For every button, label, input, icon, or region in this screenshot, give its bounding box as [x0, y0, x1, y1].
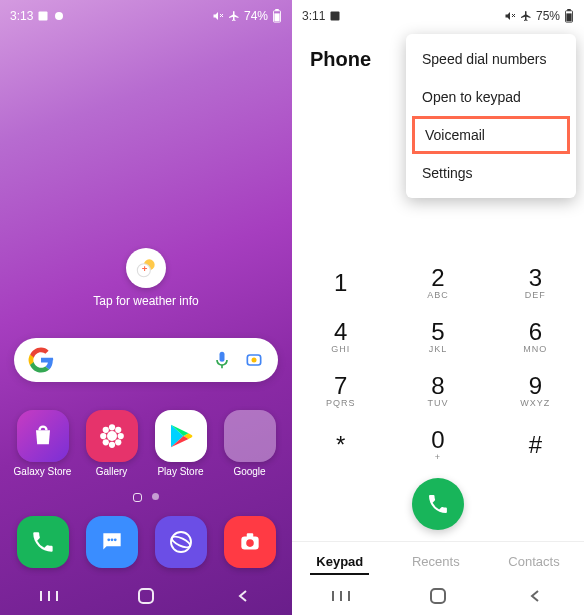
app-messages[interactable]	[78, 516, 146, 568]
svg-rect-32	[139, 589, 153, 603]
app-gallery[interactable]: Gallery	[78, 410, 146, 477]
android-nav-bar	[292, 577, 584, 615]
nav-home-button[interactable]	[126, 587, 166, 605]
key-6[interactable]: 6MNO	[487, 309, 584, 363]
bottom-tabs: Keypad Recents Contacts	[292, 541, 584, 575]
svg-rect-28	[246, 533, 253, 537]
svg-rect-42	[431, 589, 445, 603]
dialer-keypad: 1 2ABC 3DEF 4GHI 5JKL 6MNO 7PQRS 8TUV 9W…	[292, 255, 584, 471]
key-2[interactable]: 2ABC	[389, 255, 486, 309]
svg-rect-0	[39, 12, 48, 21]
overflow-menu: Speed dial numbers Open to keypad Voicem…	[406, 34, 576, 198]
app-play-store[interactable]: Play Store	[147, 410, 215, 477]
mute-icon	[212, 10, 224, 22]
key-0[interactable]: 0+	[389, 417, 486, 471]
svg-rect-6	[275, 9, 279, 11]
key-8[interactable]: 8TUV	[389, 363, 486, 417]
android-nav-bar	[0, 577, 292, 615]
page-indicator	[0, 493, 292, 502]
nav-home-button[interactable]	[418, 587, 458, 605]
app-internet[interactable]	[147, 516, 215, 568]
app-camera[interactable]	[216, 516, 284, 568]
weather-widget[interactable]: + Tap for weather info	[0, 248, 292, 308]
nav-back-button[interactable]	[223, 589, 263, 603]
nav-recents-button[interactable]	[29, 589, 69, 603]
home-screen: 3:13 74% + Tap for weather info	[0, 0, 292, 615]
folder-icon	[224, 410, 276, 462]
svg-rect-38	[567, 9, 571, 11]
svg-point-14	[108, 442, 114, 448]
gear-icon	[53, 10, 65, 22]
battery-percent: 74%	[244, 9, 268, 23]
key-star[interactable]: *	[292, 417, 389, 471]
menu-speed-dial[interactable]: Speed dial numbers	[406, 40, 576, 78]
app-phone[interactable]	[9, 516, 77, 568]
tab-keypad[interactable]: Keypad	[310, 550, 369, 575]
app-google-folder[interactable]: Google	[216, 410, 284, 477]
page-title: Phone	[310, 48, 371, 71]
svg-rect-5	[274, 13, 279, 21]
svg-point-16	[117, 433, 123, 439]
svg-point-19	[102, 439, 108, 445]
key-9[interactable]: 9WXYZ	[487, 363, 584, 417]
menu-voicemail[interactable]: Voicemail	[412, 116, 570, 154]
airplane-icon	[228, 10, 240, 22]
nav-recents-button[interactable]	[321, 589, 361, 603]
phone-app-screen: 3:11 75% Phone Speed dial numbers Open t…	[292, 0, 584, 615]
battery-icon	[272, 9, 282, 23]
mic-icon[interactable]	[212, 350, 232, 370]
svg-point-11	[252, 358, 257, 363]
svg-point-17	[102, 427, 108, 433]
battery-percent: 75%	[536, 9, 560, 23]
google-logo-icon	[28, 347, 54, 373]
app-label: Gallery	[96, 466, 128, 477]
svg-point-13	[108, 424, 114, 430]
svg-point-15	[100, 433, 106, 439]
svg-point-12	[107, 431, 117, 441]
svg-point-18	[115, 427, 121, 433]
key-5[interactable]: 5JKL	[389, 309, 486, 363]
weather-badge-icon: +	[126, 248, 166, 288]
status-bar: 3:13 74%	[0, 0, 292, 28]
call-button[interactable]	[412, 478, 464, 530]
status-time: 3:11	[302, 9, 325, 23]
key-3[interactable]: 3DEF	[487, 255, 584, 309]
svg-text:+: +	[142, 263, 148, 274]
lens-icon[interactable]	[244, 350, 264, 370]
battery-icon	[564, 9, 574, 23]
svg-rect-37	[566, 13, 571, 21]
home-dot-icon	[133, 493, 142, 502]
airplane-icon	[520, 10, 532, 22]
tab-contacts[interactable]: Contacts	[502, 550, 565, 575]
svg-point-22	[110, 538, 113, 541]
image-icon	[37, 10, 49, 22]
tab-recents[interactable]: Recents	[406, 550, 466, 575]
app-label: Google	[233, 466, 265, 477]
app-galaxy-store[interactable]: Galaxy Store	[9, 410, 77, 477]
app-label: Galaxy Store	[14, 466, 72, 477]
key-hash[interactable]: #	[487, 417, 584, 471]
svg-point-23	[113, 538, 116, 541]
image-icon	[329, 10, 341, 22]
key-7[interactable]: 7PQRS	[292, 363, 389, 417]
mute-icon	[504, 10, 516, 22]
page-dot	[152, 493, 159, 500]
svg-point-27	[246, 539, 254, 547]
home-dock	[8, 516, 284, 568]
key-1[interactable]: 1	[292, 255, 389, 309]
svg-point-20	[115, 439, 121, 445]
menu-open-keypad[interactable]: Open to keypad	[406, 78, 576, 116]
nav-back-button[interactable]	[515, 589, 555, 603]
status-time: 3:13	[10, 9, 33, 23]
phone-icon	[426, 492, 450, 516]
svg-point-21	[107, 538, 110, 541]
svg-rect-33	[331, 12, 340, 21]
home-app-row-1: Galaxy Store Gallery Play Store Google	[8, 410, 284, 477]
app-label: Play Store	[157, 466, 203, 477]
status-bar: 3:11 75%	[292, 0, 584, 28]
google-search-bar[interactable]	[14, 338, 278, 382]
weather-label: Tap for weather info	[93, 294, 198, 308]
menu-settings[interactable]: Settings	[406, 154, 576, 192]
key-4[interactable]: 4GHI	[292, 309, 389, 363]
svg-point-1	[55, 12, 63, 20]
